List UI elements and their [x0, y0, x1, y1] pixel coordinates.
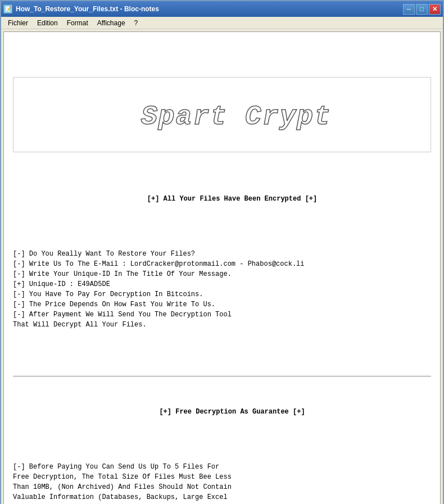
editor-scroll[interactable]: ITT Spart Crypt [+] All Your Files Have … — [3, 31, 441, 504]
logo-container: Spart Crypt — [13, 77, 431, 152]
maximize-button[interactable]: □ — [416, 4, 428, 15]
menu-format[interactable]: Format — [62, 18, 93, 28]
menu-help[interactable]: ? — [130, 18, 143, 28]
app-icon: 📝 — [3, 4, 12, 13]
logo-svg: Spart Crypt — [135, 93, 349, 133]
divider1 — [13, 376, 431, 376]
section2-title: [+] Free Decryption As Guarantee [+] — [13, 407, 431, 417]
section2-body: [-] Before Paying You Can Send Us Up To … — [13, 462, 431, 504]
svg-text:Spart Crypt: Spart Crypt — [141, 102, 332, 132]
editor-area: ITT Spart Crypt [+] All Your Files Have … — [1, 29, 443, 504]
main-window: 📝 How_To_Restore_Your_Files.txt - Bloc-n… — [0, 0, 444, 504]
title-bar-buttons: ─ □ ✕ — [403, 4, 441, 15]
window-title: How_To_Restore_Your_Files.txt - Bloc-not… — [16, 5, 159, 13]
menu-edition[interactable]: Edition — [33, 18, 62, 28]
minimize-button[interactable]: ─ — [403, 4, 415, 15]
title-bar: 📝 How_To_Restore_Your_Files.txt - Bloc-n… — [1, 1, 443, 17]
menu-fichier[interactable]: Fichier — [3, 18, 33, 28]
close-button[interactable]: ✕ — [429, 4, 441, 15]
title-bar-left: 📝 How_To_Restore_Your_Files.txt - Bloc-n… — [3, 4, 159, 13]
section1-title: [+] All Your Files Have Been Encrypted [… — [13, 194, 431, 204]
menu-bar: Fichier Edition Format Affichage ? — [1, 17, 443, 29]
section1-body: [-] Do You Really Want To Restore Your F… — [13, 249, 431, 330]
menu-affichage[interactable]: Affichage — [93, 18, 130, 28]
editor-content[interactable]: Spart Crypt [+] All Your Files Have Been… — [13, 37, 431, 504]
